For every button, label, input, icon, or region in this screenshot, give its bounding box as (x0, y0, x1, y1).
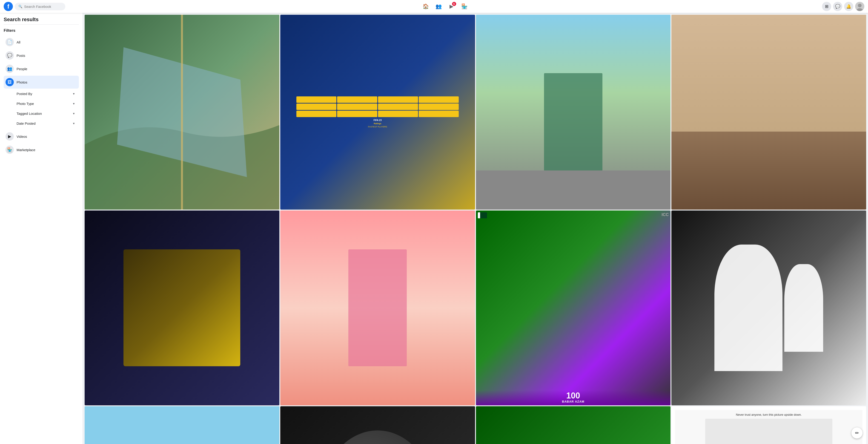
filters-heading: Filters (4, 28, 79, 33)
date-posted-label: Date Posted (17, 121, 36, 125)
photo-type-label: Photo Type (17, 102, 34, 106)
friends-icon: 👥 (435, 3, 442, 9)
posted-by-label: Posted By (17, 92, 32, 96)
messenger-button[interactable]: 💬 (833, 2, 842, 11)
nav-center: 🏠 👥 ▶ 6 🏪 (68, 1, 822, 12)
photo-fifa[interactable]: FIFA 23 Ratings FASTEST PLAYERS (280, 15, 475, 210)
chevron-down-icon: ▼ (72, 92, 75, 95)
filter-posts-label: Posts (17, 54, 25, 58)
user-avatar[interactable] (855, 2, 864, 11)
all-icon: 📄 (5, 38, 14, 46)
facebook-logo[interactable]: f (4, 2, 13, 11)
messenger-icon: 💬 (835, 4, 840, 9)
marketplace-sidebar-icon: 🏪 (5, 146, 14, 154)
filter-all-label: All (17, 40, 21, 44)
sub-filter-tagged-location[interactable]: Tagged Location ▼ (4, 109, 79, 118)
photo-basketball[interactable] (280, 406, 475, 444)
sub-filter-photo-type[interactable]: Photo Type ▼ (4, 99, 79, 108)
divider (4, 24, 79, 25)
photo-cricket[interactable]: ICC 100 BABAR AZAM (476, 210, 671, 405)
top-navigation: f 🔍 🏠 👥 ▶ 6 🏪 ⊞ 💬 🔔 (0, 0, 868, 13)
grid-menu-button[interactable]: ⊞ (822, 2, 831, 11)
filter-people-label: People (17, 67, 27, 71)
main-content: Search results Filters 📄 All 💬 Posts 👥 P… (0, 13, 868, 444)
videos-icon: ▶ (5, 132, 14, 141)
photo-interview[interactable] (280, 210, 475, 405)
icc-logo: ICC (661, 212, 669, 217)
aerial-image (85, 15, 279, 210)
filter-photos[interactable]: 🖼 Photos (4, 76, 79, 89)
video-badge: 6 (452, 2, 456, 6)
video-nav-button[interactable]: ▶ 6 (446, 1, 457, 12)
search-icon: 🔍 (19, 5, 22, 8)
cricket-score: 100 BABAR AZAM (476, 390, 671, 405)
marketplace-nav-icon: 🏪 (461, 3, 467, 9)
cricket-player-name: BABAR AZAM (478, 400, 669, 404)
chevron-down-icon: ▼ (72, 122, 75, 125)
nav-left: f 🔍 (4, 2, 68, 11)
photos-icon: 🖼 (5, 78, 14, 86)
text-art-content: Never trust anyone, turn this picture up… (736, 413, 802, 417)
filter-videos[interactable]: ▶ Videos (4, 130, 79, 143)
home-nav-button[interactable]: 🏠 (420, 1, 431, 12)
chevron-down-icon: ▼ (72, 112, 75, 115)
sidebar: Search results Filters 📄 All 💬 Posts 👥 P… (0, 13, 83, 444)
sub-filter-date-posted[interactable]: Date Posted ▼ (4, 119, 79, 128)
photo-grid: FIFA 23 Ratings FASTEST PLAYERS (85, 15, 866, 444)
search-box[interactable]: 🔍 (15, 3, 65, 10)
pakistan-flag (478, 212, 487, 218)
filter-marketplace[interactable]: 🏪 Marketplace (4, 143, 79, 156)
photo-text-art[interactable]: Never trust anyone, turn this picture up… (672, 406, 866, 444)
photo-person-outdoor[interactable] (476, 15, 671, 210)
chevron-down-icon: ▼ (72, 102, 75, 106)
filter-marketplace-label: Marketplace (17, 148, 35, 152)
compose-icon: ✏ (855, 430, 859, 436)
filter-all[interactable]: 📄 All (4, 36, 79, 49)
compose-button[interactable]: ✏ (851, 427, 863, 439)
home-icon: 🏠 (423, 3, 429, 9)
sub-filter-posted-by[interactable]: Posted By ▼ (4, 89, 79, 98)
photo-aerial[interactable] (85, 15, 279, 210)
photo-green-jersey[interactable]: BREAKING NEWS FROM (476, 406, 671, 444)
search-input[interactable] (24, 5, 62, 8)
filter-posts[interactable]: 💬 Posts (4, 49, 79, 62)
notifications-button[interactable]: 🔔 (844, 2, 853, 11)
page-title: Search results (4, 17, 79, 23)
nav-right: ⊞ 💬 🔔 (822, 2, 864, 11)
tagged-location-label: Tagged Location (17, 112, 42, 116)
bell-icon: 🔔 (846, 4, 851, 9)
photo-mother-child[interactable] (672, 210, 866, 405)
friends-nav-button[interactable]: 👥 (433, 1, 444, 12)
photo-anime[interactable] (85, 210, 279, 405)
svg-point-1 (858, 4, 862, 7)
grid-icon: ⊞ (825, 4, 829, 9)
filter-photos-label: Photos (17, 80, 27, 84)
filter-videos-label: Videos (17, 135, 27, 139)
photo-woman-beach[interactable] (672, 15, 866, 210)
photo-grid-area: FIFA 23 Ratings FASTEST PLAYERS (83, 13, 868, 444)
filter-people[interactable]: 👥 People (4, 62, 79, 75)
marketplace-nav-button[interactable]: 🏪 (459, 1, 470, 12)
posts-icon: 💬 (5, 51, 14, 60)
people-icon: 👥 (5, 65, 14, 73)
photo-house[interactable] (85, 406, 279, 444)
